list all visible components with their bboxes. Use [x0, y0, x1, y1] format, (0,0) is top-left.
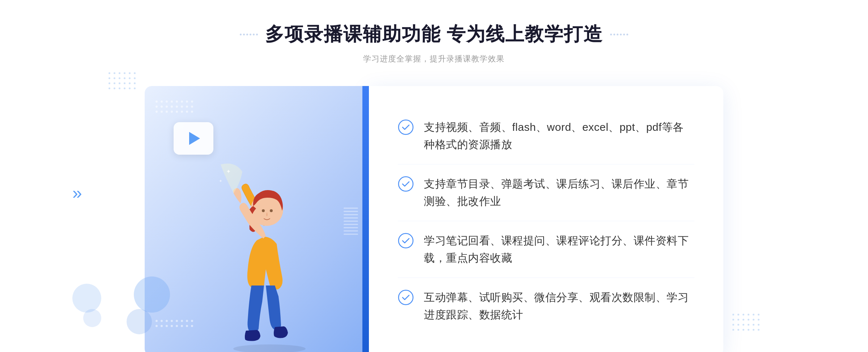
check-icon-1 [398, 119, 414, 135]
svg-point-9 [399, 290, 413, 305]
feature-text-4: 互动弹幕、试听购买、微信分享、观看次数限制、学习进度跟踪、数据统计 [424, 289, 694, 323]
circle-decoration-1 [134, 276, 170, 313]
content-area: ✦ ✦ 支持视频、音频、flash、word、excel、ppt、pdf等各种格… [145, 86, 723, 352]
blue-accent-strip [362, 86, 369, 352]
title-decorator-right [610, 34, 628, 35]
illustration-panel: ✦ ✦ [145, 86, 369, 352]
feature-text-1: 支持视频、音频、flash、word、excel、ppt、pdf等各种格式的资源… [424, 119, 694, 153]
play-icon [189, 132, 200, 145]
features-panel: 支持视频、音频、flash、word、excel、ppt、pdf等各种格式的资源… [369, 86, 723, 352]
outer-circle-decoration-1 [72, 284, 101, 313]
title-decorator-left [240, 34, 258, 35]
feature-item-1: 支持视频、音频、flash、word、excel、ppt、pdf等各种格式的资源… [398, 108, 694, 164]
feature-text-2: 支持章节目录、弹题考试、课后练习、课后作业、章节测验、批改作业 [424, 175, 694, 210]
page-wrapper: » 多项录播课辅助功能 专为线上教学打造 学习进度全掌握，提升录播课教学效果 [0, 0, 868, 352]
svg-text:✦: ✦ [226, 168, 231, 175]
chevron-left-icon: » [72, 183, 82, 202]
outer-dots-right [732, 314, 760, 331]
check-icon-4 [398, 289, 414, 305]
illus-stripes [344, 207, 358, 235]
header-section: 多项录播课辅助功能 专为线上教学打造 学习进度全掌握，提升录播课教学效果 [240, 22, 628, 64]
subtitle-text: 学习进度全掌握，提升录播课教学效果 [240, 53, 628, 64]
svg-point-2 [262, 209, 265, 212]
title-text: 多项录播课辅助功能 专为线上教学打造 [265, 22, 603, 47]
outer-dots-left [109, 72, 136, 89]
svg-point-0 [233, 344, 306, 352]
svg-point-3 [270, 209, 273, 212]
main-title: 多项录播课辅助功能 专为线上教学打造 [240, 22, 628, 47]
person-illustration: ✦ ✦ [206, 146, 333, 352]
left-nav-arrow[interactable]: » [72, 183, 82, 202]
feature-item-4: 互动弹幕、试听购买、微信分享、观看次数限制、学习进度跟踪、数据统计 [398, 278, 694, 334]
svg-point-8 [399, 233, 413, 248]
check-icon-2 [398, 176, 414, 192]
outer-circle-decoration-2 [83, 309, 101, 327]
svg-point-6 [399, 120, 413, 134]
svg-text:✦: ✦ [219, 179, 222, 184]
feature-item-2: 支持章节目录、弹题考试、课后练习、课后作业、章节测验、批改作业 [398, 164, 694, 221]
illus-dots-top [156, 100, 369, 113]
svg-point-7 [399, 177, 413, 191]
circle-decoration-2 [127, 309, 152, 334]
feature-text-3: 学习笔记回看、课程提问、课程评论打分、课件资料下载，重点内容收藏 [424, 232, 694, 267]
feature-item-3: 学习笔记回看、课程提问、课程评论打分、课件资料下载，重点内容收藏 [398, 221, 694, 278]
check-icon-3 [398, 233, 414, 249]
